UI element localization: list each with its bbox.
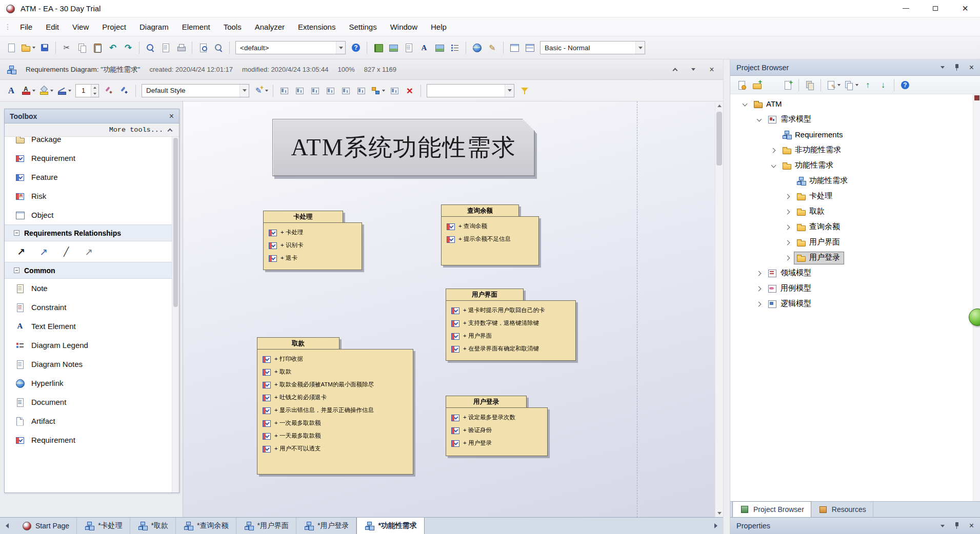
tree-node[interactable]: 用户界面 (794, 236, 844, 249)
chevron-down-icon[interactable] (741, 100, 749, 108)
tree-node[interactable]: 卡处理 (794, 190, 836, 203)
requirement-item[interactable]: + 显示出错信息，并显示正确操作信息 (262, 404, 413, 417)
brush-icon-button[interactable] (102, 83, 116, 98)
notebook-icon-button[interactable] (371, 40, 385, 55)
diagram-tab[interactable]: *取款 (130, 518, 176, 534)
chevron-down-icon[interactable] (505, 85, 514, 97)
requirement-item[interactable]: + 识别卡 (268, 239, 362, 252)
scrollbar-thumb[interactable] (716, 112, 722, 166)
chevron-right-icon[interactable] (784, 192, 792, 200)
new-file-icon-button[interactable] (4, 40, 18, 55)
line-color-icon-button[interactable] (55, 83, 72, 98)
panel-splitter[interactable] (723, 59, 730, 534)
tree-node[interactable]: 功能性需求 (794, 175, 852, 188)
toolbox-item[interactable]: Note (5, 279, 172, 298)
redo-icon-button[interactable] (121, 40, 135, 55)
panel-close-icon[interactable]: × (969, 521, 974, 530)
menu-item-view[interactable]: View (66, 17, 95, 36)
element-style-combo[interactable]: Default Style (142, 84, 249, 97)
tree-item[interactable]: ATM (730, 96, 980, 112)
move-down-icon-button[interactable] (876, 78, 890, 92)
panel-tab[interactable]: Project Browser (732, 501, 811, 517)
diagram-frame-icon-button[interactable] (523, 40, 537, 55)
find-icon-button[interactable] (143, 40, 157, 55)
scrollbar-thumb[interactable] (173, 138, 178, 307)
menu-item-window[interactable]: Window (384, 17, 424, 36)
panel-menu-icon[interactable] (941, 525, 945, 527)
chevron-right-icon[interactable] (784, 238, 792, 247)
requirement-item[interactable]: + 设定最多登录次数 (450, 411, 547, 424)
package-element[interactable]: 用户界面+ 退卡时提示用户取回自己的卡+ 支持数字键，退格键清除键+ 用户界面+… (446, 289, 576, 361)
requirement-item[interactable]: + 用户不可以透支 (262, 442, 413, 455)
menu-item-edit[interactable]: Edit (39, 17, 66, 36)
window-icon-button[interactable] (507, 40, 522, 55)
toolbox-item[interactable]: Constraint (5, 298, 172, 317)
space-horizontal-icon-button[interactable] (338, 83, 353, 98)
fill-color-icon-button[interactable] (37, 83, 54, 98)
line-width-spinner[interactable]: 1 (75, 84, 99, 97)
collapse-icon[interactable] (14, 268, 19, 273)
toolbox-item[interactable]: Feature (5, 168, 172, 187)
tree-node[interactable]: 用例模型 (765, 282, 815, 295)
panel-menu-icon[interactable] (941, 66, 945, 69)
image-icon-button[interactable] (386, 40, 401, 55)
align-left-icon-button[interactable] (277, 83, 291, 98)
association-line-icon[interactable] (59, 245, 73, 258)
toolbox-item[interactable]: Package (5, 137, 172, 149)
tree-node[interactable]: 取款 (794, 206, 829, 218)
package-element[interactable]: 卡处理+ 卡处理+ 识别卡+ 退卡 (263, 211, 362, 270)
requirement-item[interactable]: + 吐钱之前必须退卡 (262, 391, 413, 404)
tree-node[interactable]: 需求模型 (765, 113, 815, 126)
canvas-vertical-scrollbar[interactable] (715, 101, 723, 517)
toolbox-group-header[interactable]: Requirements Relationships (5, 224, 172, 241)
requirement-item[interactable]: + 在登录界面有确定和取消键 (450, 342, 575, 355)
chevron-right-icon[interactable] (784, 223, 792, 231)
pen-icon-button[interactable] (117, 83, 132, 98)
toolbox-item[interactable]: Risk (5, 187, 172, 206)
tree-node[interactable]: Requirements (779, 129, 847, 141)
toolbox-item[interactable]: Diagram Legend (5, 336, 172, 355)
hyperlink-icon-button[interactable] (470, 40, 484, 55)
requirement-item[interactable]: + 提示余额不足信息 (446, 233, 538, 245)
diagram-tab[interactable]: *用户界面 (236, 518, 296, 534)
tree-node[interactable]: 领域模型 (765, 267, 815, 280)
menu-item-diagram[interactable]: Diagram (133, 17, 175, 36)
copy-icon-button[interactable] (75, 40, 89, 55)
align-top-icon-button[interactable] (292, 83, 307, 98)
toolbox-item[interactable]: Artifact (5, 412, 172, 430)
toolbox-item[interactable]: Text Element (5, 317, 172, 336)
spinner-buttons[interactable] (91, 85, 98, 97)
tree-item[interactable]: 卡处理 (730, 189, 980, 204)
toolbox-scrollbar[interactable] (172, 137, 179, 492)
close-button[interactable]: × (950, 0, 980, 17)
diagram-canvas[interactable]: ATM系统功能性需求 卡处理+ 卡处理+ 识别卡+ 退卡查询余额+ 查询余额+ … (183, 101, 715, 517)
tree-item[interactable]: 非功能性需求 (730, 142, 980, 158)
spinner-down-icon[interactable] (91, 91, 98, 97)
tree-node[interactable]: 非功能性需求 (779, 144, 845, 157)
filter-funnel-icon-button[interactable] (517, 83, 532, 98)
scroll-up-arrow-icon[interactable] (715, 101, 723, 110)
tree-node[interactable]: ATM (751, 98, 786, 111)
requirement-item[interactable]: + 退卡 (268, 252, 362, 264)
same-height-icon-button[interactable] (323, 83, 337, 98)
inheritance-arrow-icon[interactable] (36, 245, 51, 258)
requirement-item[interactable]: + 验证身份 (450, 424, 547, 437)
diagram-tab[interactable]: *功能性需求 (356, 518, 424, 534)
default-profile-combo[interactable]: <default> (235, 41, 346, 54)
new-package-icon-button[interactable] (750, 78, 764, 92)
tree-node[interactable]: 逻辑模型 (765, 298, 815, 311)
menu-item-element[interactable]: Element (175, 17, 217, 36)
diagram-tab[interactable]: Start Page (14, 518, 77, 534)
dependency-arrow-icon[interactable] (82, 245, 96, 258)
toolbox-close-icon[interactable]: × (169, 112, 174, 121)
collapse-bar-button[interactable] (670, 65, 680, 75)
tree-item[interactable]: 用户登录 (730, 250, 980, 265)
collapse-icon[interactable] (14, 230, 19, 236)
tree-item[interactable]: 领域模型 (730, 265, 980, 281)
pin-icon[interactable] (952, 63, 962, 73)
toolbox-item[interactable]: Requirement (5, 149, 172, 168)
diagram-title-element[interactable]: ATM系统功能性需求 (272, 119, 535, 176)
package-element[interactable]: 取款+ 打印收据+ 取款+ 取款金额必须被ATM的最小面额除尽+ 吐钱之前必须退… (257, 337, 413, 475)
minimize-button[interactable] (891, 0, 921, 17)
new-diagram-icon-button[interactable] (765, 78, 779, 92)
